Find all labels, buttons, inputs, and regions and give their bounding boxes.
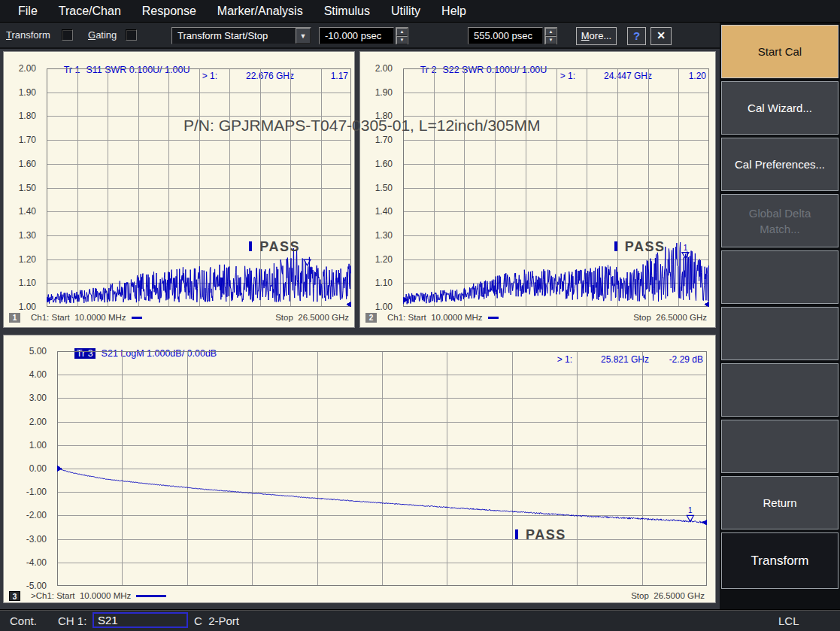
transform-start-spinner[interactable]: ▲▼ xyxy=(396,27,408,44)
limit-line-icon xyxy=(249,241,252,251)
channel-info-row: 3 >Ch1: Start 10.0000 MHz Stop 26.5000 G… xyxy=(4,589,715,602)
lcl-indicator: LCL xyxy=(778,614,799,627)
reference-level-arrow-right-icon xyxy=(346,302,351,307)
menu-item-utility[interactable]: Utility xyxy=(381,0,431,22)
limit-line-icon xyxy=(515,529,518,539)
dropdown-value: Transform Start/Stop xyxy=(172,28,296,44)
menu-item-trace-chan[interactable]: Trace/Chan xyxy=(48,0,132,22)
trace-color-dash-icon xyxy=(488,317,499,319)
plot-window-s21: Tr 3S21 LogM 1.000dB/ 0.00dB > 1: 25.821… xyxy=(3,335,716,603)
channel-badge: 1 xyxy=(9,313,20,323)
softkey-blank-6 xyxy=(721,307,838,360)
trace-color-dash-icon xyxy=(136,595,166,597)
softkey-start-cal[interactable]: Start Cal xyxy=(721,25,838,78)
marker-number-label: 1 xyxy=(684,244,688,252)
menu-item-help[interactable]: Help xyxy=(431,0,477,22)
softkey-blank-7 xyxy=(721,363,838,417)
chart-grid xyxy=(47,68,351,307)
chart-grid: 1 xyxy=(403,68,709,307)
close-toolbar-button[interactable]: ✕ xyxy=(650,27,672,45)
transform-checkbox-label: Transform xyxy=(6,29,50,41)
chart-grid: 1 xyxy=(57,351,707,586)
sweep-start-label: Ch1: Start 10.0000 MHz xyxy=(387,313,483,322)
marker-1-triangle-icon[interactable] xyxy=(687,515,693,521)
menu-item-file[interactable]: File xyxy=(8,0,48,22)
pass-indicator: PASS xyxy=(515,527,566,543)
gating-checkbox[interactable] xyxy=(126,29,137,41)
marker-number-label: 1 xyxy=(688,506,693,514)
softkey-blank-5 xyxy=(721,250,838,304)
transform-checkbox[interactable] xyxy=(62,29,73,41)
menu-item-stimulus[interactable]: Stimulus xyxy=(314,0,381,22)
trace-tr1 xyxy=(47,248,351,303)
softkey-return[interactable]: Return xyxy=(721,476,838,529)
plot-area: Tr 1S11 SWR 0.100U/ 1.00U > 1: 22.676 GH… xyxy=(0,49,720,609)
pass-indicator: PASS xyxy=(249,239,300,255)
softkey-blank-8 xyxy=(721,420,838,473)
measurement-select-box[interactable]: S21 xyxy=(92,612,188,628)
softkey-cal-preferences[interactable]: Cal Preferences... xyxy=(721,138,838,191)
transform-start-field-group: -10.000 psec ▲▼ xyxy=(319,27,408,44)
dropdown-arrow-icon[interactable]: ▼ xyxy=(296,28,311,44)
part-number-annotation: P/N: GPJRMAPS-T047-0305-01, L=12inch/305… xyxy=(183,117,540,135)
transform-stop-spinner[interactable]: ▲▼ xyxy=(544,27,557,44)
sweep-start-label: >Ch1: Start 10.0000 MHz xyxy=(31,591,131,600)
spin-up-icon: ▲ xyxy=(545,28,556,36)
spin-down-icon: ▼ xyxy=(396,36,408,44)
y-axis-ticks: 2.001.901.801.701.601.501.401.301.201.10… xyxy=(360,52,397,327)
trace-color-dash-icon xyxy=(132,317,142,319)
y-axis-ticks: 2.001.901.801.701.601.501.401.301.201.10… xyxy=(4,52,41,327)
plot-window-s22: Tr 2S22 SWR 0.100U/ 1.00U > 1: 24.447 GH… xyxy=(359,51,716,328)
reference-level-arrow-right-icon xyxy=(702,520,707,526)
reference-level-arrow-left-icon xyxy=(57,466,62,472)
softkey-global-delta-match: Global Delta Match... xyxy=(721,194,838,247)
softkey-transform[interactable]: Transform xyxy=(721,532,838,589)
help-button[interactable]: ? xyxy=(627,27,646,45)
spin-up-icon: ▲ xyxy=(396,28,408,36)
transform-start-stop-dropdown[interactable]: Transform Start/Stop ▼ xyxy=(171,27,311,44)
sweep-stop-label: Stop 26.5000 GHz xyxy=(275,313,349,322)
transform-stop-input[interactable]: 555.000 psec xyxy=(468,27,543,44)
transform-stop-field-group: 555.000 psec ▲▼ xyxy=(468,27,557,44)
channel-info-row: 2 Ch1: Start 10.0000 MHz Stop 26.5000 GH… xyxy=(360,311,715,324)
pass-indicator: PASS xyxy=(614,239,666,255)
spin-down-icon: ▼ xyxy=(545,36,556,44)
channel-label: CH 1: xyxy=(58,614,86,627)
channel-info-row: 1 Ch1: Start 10.0000 MHz Stop 26.5000 GH… xyxy=(4,311,354,324)
menu-item-response[interactable]: Response xyxy=(132,0,207,22)
softkey-cal-wizard[interactable]: Cal Wizard... xyxy=(721,81,838,135)
status-bar: Cont. CH 1: S21 C 2-Port LCL xyxy=(0,609,840,631)
transform-start-input[interactable]: -10.000 psec xyxy=(319,27,394,44)
gating-checkbox-label: Gating xyxy=(88,29,117,41)
cal-status: C 2-Port xyxy=(194,614,239,627)
softkey-sidebar: Start CalCal Wizard...Cal Preferences...… xyxy=(720,23,840,609)
more-button[interactable]: More... xyxy=(576,27,617,45)
menu-item-marker-analysis[interactable]: Marker/Analysis xyxy=(207,0,314,22)
reference-level-arrow-right-icon xyxy=(704,302,709,307)
y-axis-ticks: 5.004.003.002.001.000.00-1.00-2.00-3.00-… xyxy=(4,335,51,602)
acquisition-status: Cont. xyxy=(10,614,37,627)
channel-badge: 3 xyxy=(9,591,20,601)
transform-toolbar: Transform Gating Transform Start/Stop ▼ … xyxy=(0,23,720,49)
sweep-start-label: Ch1: Start 10.0000 MHz xyxy=(31,313,126,322)
menu-bar: FileTrace/ChanResponseMarker/AnalysisSti… xyxy=(0,0,840,23)
sweep-stop-label: Stop 26.5000 GHz xyxy=(631,591,705,600)
channel-badge: 2 xyxy=(365,313,377,323)
sweep-stop-label: Stop 26.5000 GHz xyxy=(633,313,707,322)
limit-line-icon xyxy=(614,241,617,251)
plot-window-s11: Tr 1S11 SWR 0.100U/ 1.00U > 1: 22.676 GH… xyxy=(3,51,355,328)
